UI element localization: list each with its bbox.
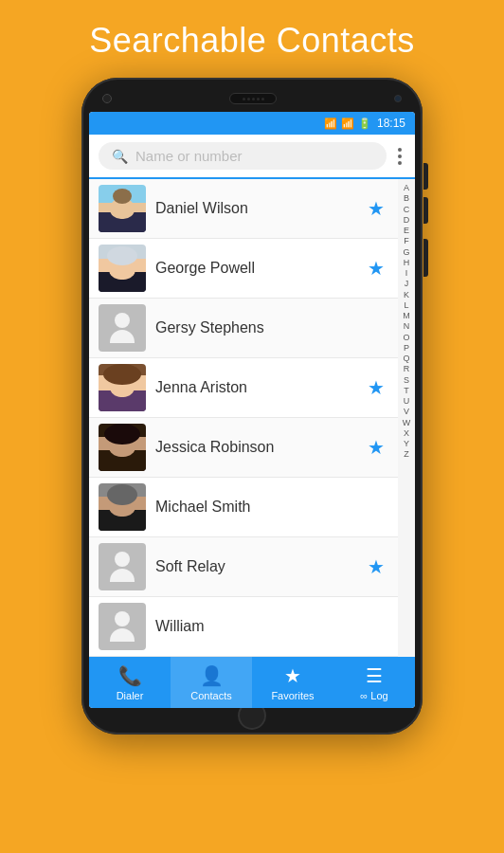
phone-bottom (89, 708, 415, 723)
avatar (99, 364, 146, 411)
avatar (99, 603, 146, 650)
avatar (99, 185, 146, 232)
alpha-letter-b[interactable]: B (404, 193, 409, 204)
alpha-letter-k[interactable]: K (404, 290, 409, 300)
contact-name: Jenna Ariston (155, 379, 358, 396)
search-bar: 🔍 Name or number (89, 135, 415, 179)
phone-screen: 📶 📶 🔋 18:15 🔍 Name or number (89, 112, 415, 708)
alpha-letter-w[interactable]: W (403, 418, 411, 428)
search-icon: 🔍 (112, 149, 128, 164)
favorites-icon: ★ (284, 664, 301, 687)
search-placeholder: Name or number (135, 148, 373, 164)
alpha-letter-d[interactable]: D (404, 215, 410, 226)
speaker (229, 93, 277, 104)
alpha-index[interactable]: A B C D E F G H I J K L M N O P Q R S T (398, 179, 415, 657)
list-item[interactable]: Michael Smith ★ (89, 478, 398, 537)
contact-star: ★ (368, 376, 385, 399)
log-icon: ☰ (366, 664, 383, 687)
contact-list: Daniel Wilson ★ George Powell ★ (89, 179, 415, 657)
list-item[interactable]: George Powell ★ (89, 239, 398, 299)
signal-icon: 📶 (341, 118, 354, 130)
alpha-letter-p[interactable]: P (404, 343, 409, 354)
contacts-icon: 👤 (200, 664, 224, 687)
alpha-letter-u[interactable]: U (404, 396, 410, 407)
dialer-icon: 📞 (118, 664, 142, 687)
avatar (99, 245, 146, 292)
status-time: 18:15 (377, 117, 405, 130)
list-item[interactable]: Soft Relay ★ (89, 537, 398, 597)
avatar (99, 543, 146, 590)
alpha-letter-n[interactable]: N (404, 321, 410, 332)
bottom-nav: 📞 Dialer 👤 Contacts ★ Favorites ☰ ∞ Log (89, 657, 415, 708)
contact-star: ★ (368, 436, 385, 459)
contacts-main: Daniel Wilson ★ George Powell ★ (89, 179, 398, 657)
log-label: ∞ Log (360, 690, 387, 701)
dialer-label: Dialer (117, 690, 144, 701)
alpha-letter-h[interactable]: H (404, 258, 410, 268)
alpha-letter-t[interactable]: T (404, 386, 409, 396)
alpha-letter-i[interactable]: I (405, 268, 408, 279)
contact-name: Michael Smith (155, 499, 358, 516)
volume-down-button[interactable] (423, 197, 428, 224)
alpha-letter-r[interactable]: R (404, 364, 410, 374)
alpha-letter-x[interactable]: X (404, 428, 409, 439)
alpha-letter-s[interactable]: S (404, 375, 409, 386)
more-options-button[interactable] (394, 146, 405, 167)
alpha-letter-o[interactable]: O (403, 333, 409, 343)
favorites-label: Favorites (271, 690, 314, 701)
phone-shell: 📶 📶 🔋 18:15 🔍 Name or number (81, 78, 423, 735)
contact-name: Soft Relay (155, 558, 358, 575)
alpha-letter-j[interactable]: J (405, 279, 409, 289)
alpha-letter-y[interactable]: Y (404, 439, 409, 449)
list-item[interactable]: Daniel Wilson ★ (89, 179, 398, 239)
alpha-letter-a[interactable]: A (404, 183, 409, 193)
alpha-letter-f[interactable]: F (404, 236, 409, 246)
contact-name: George Powell (155, 260, 358, 277)
list-item[interactable]: Jenna Ariston ★ (89, 358, 398, 418)
avatar (99, 483, 146, 531)
list-item[interactable]: Jessica Robinson ★ (89, 418, 398, 478)
phone-top-bar (89, 89, 415, 112)
alpha-letter-m[interactable]: M (403, 311, 410, 321)
contacts-label: Contacts (190, 690, 231, 701)
front-camera (102, 94, 112, 103)
alpha-letter-v[interactable]: V (404, 407, 409, 417)
contact-star: ★ (368, 257, 385, 280)
status-bar: 📶 📶 🔋 18:15 (89, 112, 415, 135)
alpha-letter-e[interactable]: E (404, 226, 409, 236)
default-avatar-icon (110, 313, 135, 343)
nav-favorites[interactable]: ★ Favorites (252, 657, 333, 708)
contact-name: William (155, 618, 358, 635)
page-title: Searchable Contacts (0, 0, 504, 78)
avatar (99, 304, 146, 352)
contact-name: Daniel Wilson (155, 200, 358, 217)
proximity-sensor (394, 95, 402, 102)
list-item[interactable]: Gersy Stephens ★ (89, 299, 398, 358)
alpha-letter-g[interactable]: G (403, 247, 409, 258)
alpha-letter-l[interactable]: L (404, 300, 408, 311)
default-avatar-icon (110, 552, 135, 582)
search-input-wrapper[interactable]: 🔍 Name or number (99, 142, 387, 170)
avatar (99, 424, 146, 471)
battery-icon: 🔋 (358, 118, 371, 130)
list-item[interactable]: William ★ (89, 597, 398, 657)
nav-log[interactable]: ☰ ∞ Log (333, 657, 415, 708)
alpha-letter-q[interactable]: Q (403, 354, 409, 364)
contact-name: Jessica Robinson (155, 439, 358, 456)
nav-contacts[interactable]: 👤 Contacts (171, 657, 252, 708)
alpha-letter-z[interactable]: Z (404, 449, 409, 460)
contact-star: ★ (368, 555, 385, 578)
contact-name: Gersy Stephens (155, 319, 358, 336)
alpha-letter-c[interactable]: C (404, 205, 410, 215)
wifi-icon: 📶 (324, 118, 337, 130)
power-button[interactable] (423, 239, 428, 277)
status-icons: 📶 📶 🔋 (324, 118, 371, 130)
volume-up-button[interactable] (423, 163, 428, 190)
contact-star: ★ (368, 197, 385, 220)
default-avatar-icon (110, 611, 135, 642)
nav-dialer[interactable]: 📞 Dialer (89, 657, 171, 708)
